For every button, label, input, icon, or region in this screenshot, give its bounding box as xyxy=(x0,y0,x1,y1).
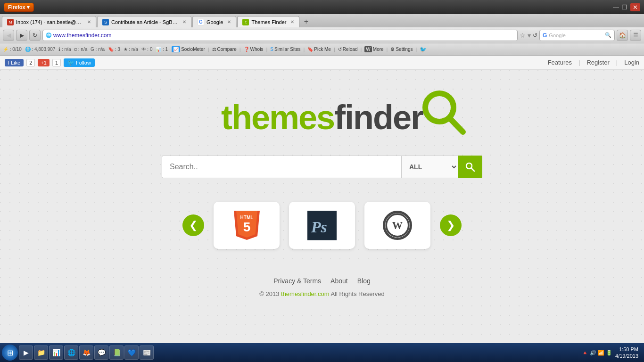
settings-btn[interactable]: ⚙ Settings xyxy=(390,47,413,52)
next-category-button[interactable]: ❯ xyxy=(440,214,462,236)
twitter-follow-button[interactable]: 🐦 Follow xyxy=(64,58,95,67)
svg-line-1 xyxy=(449,118,463,132)
tab-google[interactable]: G Google ✕ xyxy=(192,16,236,27)
photoshop-icon: Ps xyxy=(307,211,337,240)
taskbar-firefox[interactable]: 🦊 xyxy=(79,346,93,360)
tab-favicon-sgblogs: S xyxy=(102,19,109,25)
tab-gmail[interactable]: M Inbox (174) - san.beetle@gmail.com -..… xyxy=(2,16,96,27)
google-icon: G xyxy=(543,32,547,39)
taskbar-excel[interactable]: 📗 xyxy=(109,346,124,360)
search-filter-select[interactable]: ALL HTML5 Photoshop WordPress xyxy=(401,156,458,178)
back-button[interactable]: ◀ xyxy=(3,30,14,41)
category-photoshop[interactable]: Ps xyxy=(289,202,355,249)
facebook-like-button[interactable]: f Like xyxy=(5,59,24,66)
privacy-terms-link[interactable]: Privacy & Terms xyxy=(273,277,321,285)
clock-date: 4/19/2013 xyxy=(615,353,638,359)
taskbar-calculator[interactable]: 📊 xyxy=(49,346,63,360)
logo-container: themes finder xyxy=(221,98,423,137)
gplus-button[interactable]: +1 xyxy=(38,59,50,66)
footer-site-link[interactable]: themesfinder.com xyxy=(281,290,330,297)
search-container: ALL HTML5 Photoshop WordPress xyxy=(162,156,482,178)
navigation-bar: ◀ ▶ ↻ 🌐 www.themesfinder.com ☆ ▾ ↺ G Goo… xyxy=(0,27,644,43)
taskbar: ⊞ ▶ 📁 📊 🌐 🦊 💬 📗 💙 📰 🔺 🔊 📶 🔋 1:50 PM 4/19… xyxy=(0,343,644,362)
taskbar-browser[interactable]: 🌐 xyxy=(64,346,78,360)
new-tab-button[interactable]: + xyxy=(300,16,312,27)
home-button[interactable]: 🏠 xyxy=(617,30,628,41)
title-bar-left: Firefox ▾ xyxy=(4,3,34,12)
search-input[interactable] xyxy=(162,156,401,178)
taskbar-media-player[interactable]: ▶ xyxy=(19,346,33,360)
refresh-button[interactable]: ↻ xyxy=(29,30,41,41)
close-button[interactable]: ✕ xyxy=(630,3,640,11)
footer-links: Privacy & Terms About Blog xyxy=(259,277,384,285)
minimize-button[interactable]: — xyxy=(613,4,619,11)
features-link[interactable]: Features xyxy=(548,59,572,66)
blog-link[interactable]: Blog xyxy=(357,277,371,285)
about-link[interactable]: About xyxy=(330,277,348,285)
tray-icons: 🔺 🔊 📶 🔋 xyxy=(582,350,612,356)
start-button[interactable]: ⊞ xyxy=(2,345,18,361)
tab-close-themesfinder[interactable]: ✕ xyxy=(290,19,294,25)
taskbar-chat[interactable]: 💬 xyxy=(94,346,108,360)
forward-button[interactable]: ▶ xyxy=(16,30,27,41)
category-html5[interactable]: HTML 5 xyxy=(214,202,280,249)
url-text: www.themesfinder.com xyxy=(53,32,111,39)
title-bar-right: — ❐ ✕ xyxy=(613,3,640,11)
wordpress-icon: W xyxy=(383,211,412,240)
svg-text:5: 5 xyxy=(243,220,250,234)
title-bar: Firefox ▾ — ❐ ✕ xyxy=(0,0,644,14)
menu-button[interactable]: ☰ xyxy=(630,30,641,41)
toolbar-row: ⚡ : 0/10 🌐 : 4,803,907 ℹ : n/a α : n/a G… xyxy=(0,43,644,56)
facebook-icon: f xyxy=(8,60,9,66)
sociometer-btn[interactable]: 📈 SocioMeter xyxy=(172,46,205,52)
restore-button[interactable]: ❐ xyxy=(622,4,627,11)
svg-text:Ps: Ps xyxy=(311,218,327,236)
tab-close-sgblogs[interactable]: ✕ xyxy=(182,19,186,25)
tab-close-gmail[interactable]: ✕ xyxy=(87,19,91,25)
prev-category-button[interactable]: ❮ xyxy=(182,214,204,236)
clock-time: 1:50 PM xyxy=(615,346,638,353)
taskbar-skype[interactable]: 💙 xyxy=(124,346,139,360)
photoshop-svg: Ps xyxy=(307,210,337,241)
main-scroll-area: themes finder ALL HTML5 Photoshop WordPr… xyxy=(0,70,644,343)
tab-label-sgblogs: Contribute an Article - SgBlogs.com xyxy=(111,19,178,25)
register-link[interactable]: Register xyxy=(586,59,609,66)
whois-btn[interactable]: ❓ Whois xyxy=(244,47,264,52)
firefox-button[interactable]: Firefox ▾ xyxy=(4,3,34,12)
similar-sites-btn[interactable]: S Similar Sites xyxy=(270,47,300,52)
taskbar-app[interactable]: 📰 xyxy=(140,346,154,360)
tab-label-gmail: Inbox (174) - san.beetle@gmail.com -... xyxy=(16,19,83,25)
nav-sep-2: | xyxy=(616,59,618,66)
search-icon xyxy=(465,162,475,172)
tab-themesfinder[interactable]: t Themes Finder ✕ xyxy=(237,16,299,27)
search-icon-nav: 🔍 xyxy=(605,32,611,38)
logo-finder-text: finder xyxy=(334,98,423,137)
tab-close-google[interactable]: ✕ xyxy=(227,19,231,25)
more-btn[interactable]: W More xyxy=(364,46,383,52)
twitter-follow-label: Follow xyxy=(76,60,91,66)
tab-label-themesfinder: Themes Finder xyxy=(251,19,286,25)
tab-sgblogs[interactable]: S Contribute an Article - SgBlogs.com ✕ xyxy=(97,16,191,27)
clock: 1:50 PM 4/19/2013 xyxy=(615,346,638,360)
twitter-bird-icon: 🐦 xyxy=(67,59,74,66)
logo-themes-text: themes xyxy=(221,98,334,137)
tab-favicon-gmail: M xyxy=(7,19,14,25)
login-link[interactable]: Login xyxy=(624,59,639,66)
taskbar-file-explorer[interactable]: 📁 xyxy=(34,346,48,360)
url-bar[interactable]: 🌐 www.themesfinder.com xyxy=(42,30,518,41)
compare-btn[interactable]: ⚖ Compare xyxy=(212,47,237,52)
twitter-icon[interactable]: 🐦 xyxy=(420,46,427,53)
toolbar-text: ⚡ : 0/10 🌐 : 4,803,907 ℹ : n/a α : n/a G… xyxy=(3,47,170,52)
category-wordpress[interactable]: W xyxy=(364,202,430,249)
tab-favicon-themesfinder: t xyxy=(242,19,249,25)
bookmark-star[interactable]: ☆ xyxy=(520,32,526,39)
bookmark-star2[interactable]: ▾ xyxy=(528,32,531,39)
google-search-placeholder: Google xyxy=(549,33,565,38)
categories-container: ❮ HTML 5 xyxy=(182,202,462,249)
reload-icon[interactable]: ↺ xyxy=(533,32,537,39)
gplus-count: 1 xyxy=(52,59,61,66)
google-search-bar[interactable]: G Google 🔍 xyxy=(539,30,615,41)
search-button[interactable] xyxy=(458,156,482,178)
pick-me-btn[interactable]: 🔖 Pick Me xyxy=(307,47,331,52)
reload-btn[interactable]: ↺ Reload xyxy=(338,47,358,52)
